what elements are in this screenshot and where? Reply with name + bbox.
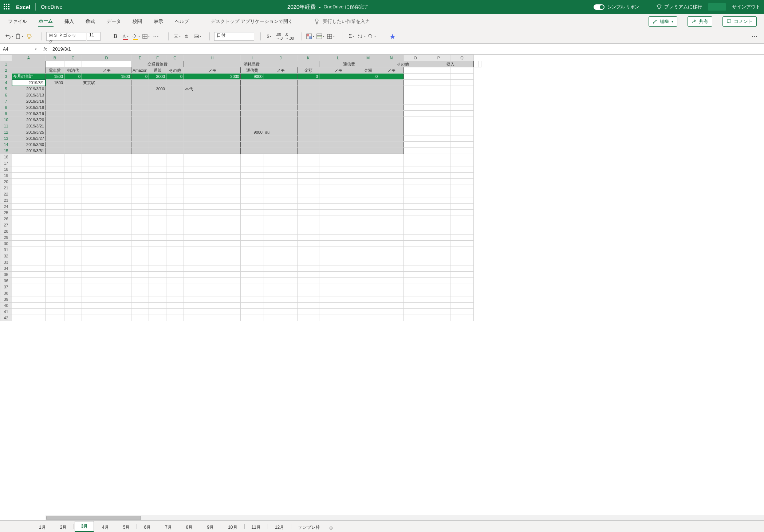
- cell-O41[interactable]: [404, 309, 427, 315]
- cell-L12[interactable]: [319, 129, 357, 135]
- cell-F33[interactable]: [149, 259, 166, 265]
- cell-D31[interactable]: [82, 247, 131, 253]
- cell-P40[interactable]: [427, 303, 450, 309]
- cell-F38[interactable]: [149, 290, 166, 296]
- cell-F37[interactable]: [149, 284, 166, 290]
- cell-Q13[interactable]: [450, 135, 474, 142]
- cell-F23[interactable]: [149, 197, 166, 204]
- merged-header[interactable]: その他: [379, 61, 427, 67]
- autosum-button[interactable]: Σ▾: [347, 32, 355, 40]
- cell-A40[interactable]: [12, 303, 46, 309]
- cell-P24[interactable]: [427, 204, 450, 210]
- cell-E41[interactable]: [131, 309, 149, 315]
- cell-I10[interactable]: [241, 117, 264, 123]
- cell-I19[interactable]: [241, 173, 264, 179]
- cell-A16[interactable]: [12, 154, 46, 160]
- cell-B28[interactable]: [46, 228, 64, 235]
- paste-button[interactable]: ▾: [15, 32, 23, 40]
- cell-H39[interactable]: [184, 296, 241, 303]
- cell-D11[interactable]: [82, 123, 131, 129]
- cell-F14[interactable]: [149, 142, 166, 148]
- cell-C38[interactable]: [64, 290, 82, 296]
- cell-O29[interactable]: [404, 235, 427, 241]
- cell-Q19[interactable]: [450, 173, 474, 179]
- cell-F9[interactable]: [149, 111, 166, 117]
- col-header-N[interactable]: N: [379, 55, 404, 61]
- cell-L33[interactable]: [319, 259, 357, 265]
- cell-F25[interactable]: [149, 210, 166, 216]
- cell-I25[interactable]: [241, 210, 264, 216]
- cell-F30[interactable]: [149, 241, 166, 247]
- cell-G41[interactable]: [166, 309, 184, 315]
- number-format-select[interactable]: 日付: [214, 32, 254, 41]
- horizontal-scrollbar[interactable]: [46, 515, 764, 520]
- row-header-23[interactable]: 23: [0, 197, 12, 204]
- cell-M4[interactable]: [357, 80, 379, 86]
- cell-O3[interactable]: [404, 74, 427, 80]
- cell-L34[interactable]: [319, 265, 357, 272]
- cell-H27[interactable]: [184, 222, 241, 228]
- cell-B42[interactable]: [46, 315, 64, 321]
- cell-I36[interactable]: [241, 278, 264, 284]
- cell-Q42[interactable]: [450, 315, 474, 321]
- cell-M28[interactable]: [357, 228, 379, 235]
- cell-P31[interactable]: [427, 247, 450, 253]
- cell-J24[interactable]: [264, 204, 298, 210]
- cell-E15[interactable]: [131, 148, 149, 154]
- insert-cells-button[interactable]: ▾: [327, 32, 335, 40]
- row-header-34[interactable]: 34: [0, 265, 12, 272]
- cell-J28[interactable]: [264, 228, 298, 235]
- tab-データ[interactable]: データ: [106, 17, 122, 26]
- cell-I9[interactable]: [241, 111, 264, 117]
- cell-L2[interactable]: メモ: [319, 67, 357, 74]
- cell-K40[interactable]: [298, 303, 319, 309]
- cell-K17[interactable]: [298, 160, 319, 166]
- cell-N10[interactable]: [379, 117, 404, 123]
- cell-L5[interactable]: [319, 86, 357, 92]
- cell-P19[interactable]: [427, 173, 450, 179]
- cell-Q39[interactable]: [450, 296, 474, 303]
- cell-K12[interactable]: [298, 129, 319, 135]
- cell-O14[interactable]: [404, 142, 427, 148]
- cell-L24[interactable]: [319, 204, 357, 210]
- cell-O31[interactable]: [404, 247, 427, 253]
- cell-I39[interactable]: [241, 296, 264, 303]
- tab-ファイル[interactable]: ファイル: [7, 17, 28, 26]
- cell-B34[interactable]: [46, 265, 64, 272]
- cell-N21[interactable]: [379, 185, 404, 191]
- cell-E13[interactable]: [131, 135, 149, 142]
- cell-M15[interactable]: [357, 148, 379, 154]
- cell-E22[interactable]: [131, 191, 149, 197]
- tab-ホーム[interactable]: ホーム: [38, 16, 54, 27]
- cell-N12[interactable]: [379, 129, 404, 135]
- decrease-decimal-button[interactable]: .00→.0: [275, 32, 283, 40]
- cell-E28[interactable]: [131, 228, 149, 235]
- cell-E38[interactable]: [131, 290, 149, 296]
- cell-F13[interactable]: [149, 135, 166, 142]
- cell-D27[interactable]: [82, 222, 131, 228]
- cell-Q12[interactable]: [450, 129, 474, 135]
- cell-N35[interactable]: [379, 272, 404, 278]
- cell-Q41[interactable]: [450, 309, 474, 315]
- cell-D13[interactable]: [82, 135, 131, 142]
- cell-F8[interactable]: [149, 105, 166, 111]
- cell-F6[interactable]: [149, 92, 166, 98]
- cell-F15[interactable]: [149, 148, 166, 154]
- cell-D24[interactable]: [82, 204, 131, 210]
- cell-B21[interactable]: [46, 185, 64, 191]
- edit-mode-button[interactable]: 編集 ▾: [649, 16, 677, 27]
- cell-B17[interactable]: [46, 160, 64, 166]
- cell-Q5[interactable]: [450, 86, 474, 92]
- cell-O33[interactable]: [404, 259, 427, 265]
- cell-J29[interactable]: [264, 235, 298, 241]
- cell-K6[interactable]: [298, 92, 319, 98]
- cell-B25[interactable]: [46, 210, 64, 216]
- go-premium-button[interactable]: プレミアムに移行: [656, 4, 702, 10]
- cell-D35[interactable]: [82, 272, 131, 278]
- simple-ribbon-toggle[interactable]: シンプル リボン: [594, 4, 639, 10]
- cell-O23[interactable]: [404, 197, 427, 204]
- cell-O5[interactable]: [404, 86, 427, 92]
- cell-K36[interactable]: [298, 278, 319, 284]
- cell-J23[interactable]: [264, 197, 298, 204]
- cell-H25[interactable]: [184, 210, 241, 216]
